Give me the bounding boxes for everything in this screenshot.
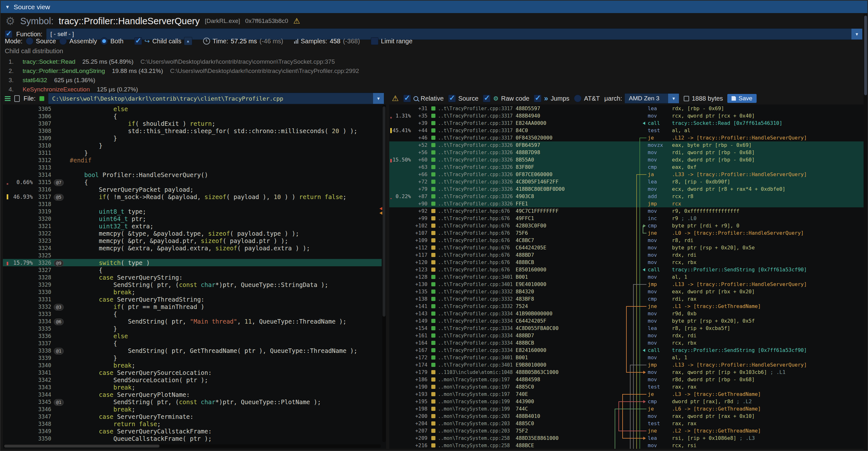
asm-row[interactable]: +46..t\TracyProfiler.cpp:33170F843502000… [389,134,864,142]
source-line-row[interactable]: 3341 case ServerQuerySourceLocation: [3,369,382,376]
asm-row[interactable]: +149..t\TracyProfiler.cpp:3334C64424205F… [389,317,864,325]
asm-row[interactable]: +198..mon\TracySystem.cpp:199744Cje.L6 -… [389,405,864,413]
source-line-row[interactable]: 3338@1 SendString( ptr, GetThreadName( p… [3,347,382,354]
asm-row[interactable]: 0.22%+87..t\TracyProfiler.cpp:33264903C8… [389,193,864,200]
source-line-row[interactable]: 3347 case ServerQueryTerminate: [3,413,382,420]
asm-row[interactable]: +154..t\TracyProfiler.cpp:33344C8D055FBA… [389,325,864,332]
asm-count-badge[interactable]: @1 [54,399,64,406]
asm-row[interactable]: +167..t\TracyProfiler.cpp:3334E824160000… [389,347,864,354]
asm-row[interactable]: +90..t\TracyProfiler.cpp:3326FFE1jmprcx [389,200,864,207]
scrollbar-thumb[interactable] [382,107,385,317]
asm-row[interactable]: +190..mon\TracySystem.cpp:1974885C0testr… [389,383,864,390]
source-line-row[interactable]: 3316 ServerQueryPacket payload; [3,186,382,193]
source-line-row[interactable]: 3333 { [3,310,382,318]
chevron-down-icon[interactable]: ▼ [851,29,862,39]
source-line-row[interactable]: 3307 if( shouldExit ) return; [3,120,382,127]
source-line-row[interactable]: 15.79%3326@9 switch( type ) [3,259,382,266]
source-line-row[interactable]: 3342 SendSourceLocation( ptr ); [3,376,382,384]
mode-radio-source[interactable]: Source [26,37,56,45]
asm-count-badge[interactable]: @5 [54,194,64,201]
source-line-row[interactable]: 3312#endif [3,156,382,164]
save-button[interactable]: Save [727,94,756,103]
limit-range-checkbox[interactable] [371,37,378,45]
source-line-row[interactable]: 3335 } [3,325,382,332]
source-line-row[interactable]: 3311 } [3,149,382,156]
uarch-combo[interactable]: AMD Zen 3 ▼ [624,93,679,103]
asm-row[interactable]: +200..mon\TracySystem.cpp:203488B4010mov… [389,413,864,420]
source-line-row[interactable]: 3332@3 if( ptr == m_mainThread ) [3,303,382,310]
att-syntax-toggle[interactable]: AT&T [574,95,600,102]
asm-row[interactable]: +56..t\TracyProfiler.cpp:3326488B7D98mov… [389,149,864,156]
source-line-row[interactable]: 3322 memcpy( &type, &payload.type, sizeo… [3,230,382,237]
raw-code-checkbox[interactable] [483,95,491,102]
asm-row[interactable]: +117..t\TracyProfiler.hpp:676488BD7movrd… [389,251,864,259]
asm-row[interactable]: +161..t\TracyProfiler.cpp:3334488BD7movr… [389,332,864,339]
mode-radio-assembly[interactable]: Assembly [59,37,97,45]
asm-count-badge[interactable]: @1 [54,348,64,355]
source-line-row[interactable]: 3329 SendString( ptr, (const char*)ptr, … [3,281,382,288]
asm-row[interactable]: +179..1103\include\atomic:1048488B05B63C… [389,368,864,376]
relative-toggle[interactable]: Relative [403,95,444,102]
source-line-row[interactable]: 3350 QueueCallstackFrame( ptr ); [3,435,382,442]
asm-row[interactable]: +112..t\TracyProfiler.hpp:676C64424205Em… [389,244,864,251]
radio-icon[interactable] [26,37,33,45]
asm-row[interactable]: +130..t\TracyProfiler.cpp:3401E9E4010000… [389,280,864,288]
source-line-row[interactable]: 3310 } [3,142,382,149]
asm-row[interactable]: +39..t\TracyProfiler.cpp:3317E824AA0000c… [389,119,864,127]
asm-row[interactable]: +143..t\TracyProfiler.cpp:333441B90B0000… [389,310,864,317]
source-line-row[interactable]: 3308 std::this_thread::sleep_for( std::c… [3,127,382,134]
source-line-row[interactable]: 46.93%3317@5 if( !m_sock->Read( &payload… [3,193,382,200]
source-line-row[interactable]: 3321 uint32_t extra; [3,222,382,230]
asm-row[interactable]: +141..t\TracyProfiler.cpp:33327524jne.L1… [389,303,864,310]
asm-row[interactable]: +120..t\TracyProfiler.hpp:676488BCBmovrc… [389,259,864,266]
asm-row[interactable]: +63..t\TracyProfiler.cpp:332683F80Fcmpea… [389,163,864,171]
asm-count-badge[interactable]: @7 [54,179,64,186]
child-call-row[interactable]: 3.stat64i32625 μs (1.36%) [0,76,861,85]
source-line-row[interactable]: 3339 } [3,354,382,361]
source-line-row[interactable]: 3323 memcpy( &ptr, &payload.ptr, sizeof(… [3,237,382,244]
source-line-row[interactable]: 3348 return false; [3,420,382,427]
source-line-row[interactable]: 3313 [3,164,382,171]
asm-row[interactable]: +128..t\TracyProfiler.cpp:3401B001moval,… [389,273,864,280]
source-line-row[interactable]: 3345@1 SendString( ptr, (const char*)ptr… [3,398,382,405]
source-vertical-scrollbar[interactable] [382,105,386,442]
asm-row[interactable]: +207..mon\TracySystem.cpp:20375F2jne.L2 … [389,427,864,434]
asm-row[interactable]: +72..t\TracyProfiler.cpp:33264C8D05F146F… [389,178,864,185]
jumps-checkbox[interactable] [534,95,541,102]
limit-range-toggle[interactable]: Limit range [371,37,412,45]
child-calls-toggle[interactable]: ↪ Child calls ▲ [134,37,192,45]
source-line-row[interactable]: 3324 memcpy( &extra, &payload.extra, siz… [3,244,382,251]
asm-count-badge[interactable]: @3 [54,304,64,310]
source-line-row[interactable]: 3349 case ServerQueryCallstackFrame: [3,427,382,435]
radio-icon[interactable] [59,37,67,45]
asm-row[interactable]: +195..mon\TracySystem.cpp:199443900cmpdw… [389,398,864,405]
asm-row[interactable]: +92..t\TracyProfiler.hpp:67649C7C1FFFFFF… [389,207,864,215]
collapse-arrow-icon[interactable]: ▼ [5,4,10,9]
source-checkbox[interactable] [448,95,456,102]
source-line-row[interactable]: 3328 case ServerQueryString: [3,274,382,281]
asm-row[interactable]: +209..mon\TracySystem.cpp:258488D35E8861… [389,434,864,442]
asm-row[interactable]: +138..t\TracyProfiler.cpp:3332483BF8cmpr… [389,295,864,303]
asm-row[interactable]: +216..mon\TracySystem.cpp:258488BCEmovrc… [389,442,864,449]
asm-row[interactable]: +66..t\TracyProfiler.cpp:33260F87CE06000… [389,171,864,178]
source-line-row[interactable]: 3305 else [3,105,382,113]
asm-row[interactable]: +135..t\TracyProfiler.cpp:33328B4320move… [389,288,864,295]
asm-row[interactable]: +102..t\TracyProfiler.hpp:67642803C0F00c… [389,222,864,229]
source-line-row[interactable]: 3344 case ServerQueryPlotName: [3,391,382,398]
file-combo[interactable]: C:\Users\wolf\Desktop\darkrl\contrib\tra… [48,93,384,104]
asm-row[interactable]: +107..t\TracyProfiler.hpp:67675F6jne.L0 … [389,229,864,237]
window-vertical-scrollbar[interactable] [864,14,868,450]
asm-row[interactable]: 45.41%+44..t\TracyProfiler.cpp:331784C0t… [389,127,864,134]
asm-row[interactable]: +79..t\TracyProfiler.cpp:3326418B8C80E0B… [389,185,864,193]
source-line-row[interactable]: 3327 { [3,266,382,274]
jumps-toggle[interactable]: » Jumps [534,95,569,102]
raw-code-toggle[interactable]: ⚙ Raw code [483,95,529,102]
asm-row[interactable]: +99..t\TracyProfiler.hpp:67649FFC1incr9;… [389,215,864,222]
child-call-row[interactable]: 2.tracy::Profiler::SendLongString19.88 m… [0,66,861,76]
chevron-down-icon[interactable]: ▼ [373,93,384,104]
source-line-row[interactable]: 3306 { [3,113,382,120]
child-calls-checkbox[interactable] [134,37,142,45]
asm-row[interactable]: +109..t\TracyProfiler.hpp:6764C8BC7movr8… [389,237,864,244]
source-line-row[interactable]: 3318 [3,200,382,208]
child-call-row[interactable]: 1.tracy::Socket::Read25.25 ms (54.89%)C:… [0,57,861,66]
